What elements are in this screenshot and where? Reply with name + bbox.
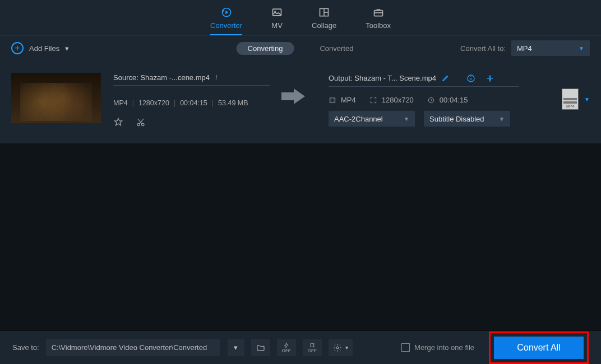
footer: Save to: C:\Vidmore\Vidmore Video Conver… bbox=[0, 330, 601, 364]
edit-icon[interactable] bbox=[442, 74, 450, 82]
chevron-down-icon[interactable]: ▼ bbox=[584, 96, 590, 102]
file-item: Source: Shazam -...cene.mp4 i MP4| 1280x… bbox=[11, 73, 590, 127]
tab-label: Collage bbox=[312, 21, 336, 30]
source-meta: MP4| 1280x720| 00:04:15| 53.49 MB bbox=[113, 99, 270, 107]
source-resolution: 1280x720 bbox=[138, 99, 169, 107]
main-tabs: Converter MV Collage Toolbox bbox=[0, 0, 601, 36]
chevron-down-icon: ▼ bbox=[499, 116, 505, 122]
collage-icon bbox=[318, 7, 330, 18]
svg-point-23 bbox=[336, 347, 339, 349]
convert-all-button[interactable]: Convert All bbox=[494, 337, 584, 359]
source-column: Source: Shazam -...cene.mp4 i MP4| 1280x… bbox=[113, 73, 270, 127]
tab-collage[interactable]: Collage bbox=[312, 7, 336, 35]
chevron-down-icon: ▼ bbox=[404, 116, 409, 122]
save-path-value: C:\Vidmore\Vidmore Video Converter\Conve… bbox=[52, 343, 207, 352]
converter-icon bbox=[221, 7, 232, 18]
tab-label: MV bbox=[271, 21, 283, 30]
checkbox-icon bbox=[401, 343, 410, 352]
chevron-down-icon: ▾ bbox=[65, 44, 69, 53]
output-label: Output: Shazam - T... Scene.mp4 bbox=[329, 74, 436, 82]
add-files-button[interactable]: + Add Files ▾ bbox=[11, 42, 69, 54]
source-duration: 00:04:15 bbox=[180, 99, 207, 107]
chevron-down-icon: ▾ bbox=[345, 344, 348, 351]
high-speed-button[interactable]: OFF bbox=[303, 339, 322, 356]
add-files-label: Add Files bbox=[29, 44, 59, 53]
convert-all-format-select[interactable]: MP4 ▼ bbox=[511, 40, 590, 56]
status-filter: Converting Converted bbox=[237, 42, 365, 55]
arrow-right-icon bbox=[294, 88, 305, 104]
mv-icon bbox=[271, 7, 283, 18]
plus-icon: + bbox=[11, 42, 24, 54]
arrow-column bbox=[283, 73, 316, 104]
subtitle-select[interactable]: Subtitle Disabled ▼ bbox=[424, 111, 510, 127]
star-icon[interactable] bbox=[113, 117, 123, 127]
output-format-picker: MP4 ▼ bbox=[562, 73, 590, 110]
convert-all-to-label: Convert All to: bbox=[460, 44, 506, 53]
select-value: Subtitle Disabled bbox=[429, 115, 484, 123]
convert-highlight: Convert All bbox=[489, 332, 589, 364]
tab-toolbox[interactable]: Toolbox bbox=[366, 7, 391, 35]
output-column: Output: Shazam - T... Scene.mp4 MP4 bbox=[329, 73, 519, 127]
tab-label: Toolbox bbox=[366, 21, 391, 30]
output-resolution: 1280x720 bbox=[382, 96, 414, 104]
info-circle-icon[interactable] bbox=[466, 74, 475, 83]
hw-off-label: OFF bbox=[282, 348, 291, 353]
tab-mv[interactable]: MV bbox=[271, 7, 283, 35]
open-folder-button[interactable] bbox=[251, 339, 270, 356]
output-duration: 00:04:15 bbox=[440, 96, 468, 104]
hs-off-label: OFF bbox=[308, 348, 317, 353]
merge-label: Merge into one file bbox=[414, 343, 474, 352]
svg-point-14 bbox=[470, 76, 471, 77]
toolbox-icon bbox=[373, 7, 384, 18]
clock-icon bbox=[427, 96, 435, 104]
tab-label: Converter bbox=[210, 21, 242, 30]
chevron-down-icon: ▼ bbox=[579, 45, 584, 52]
output-format: MP4 bbox=[341, 96, 356, 104]
status-converted[interactable]: Converted bbox=[308, 42, 364, 55]
source-label: Source: Shazam -...cene.mp4 bbox=[113, 73, 210, 82]
format-badge: MP4 bbox=[562, 104, 578, 108]
info-icon[interactable]: i bbox=[215, 73, 218, 82]
svg-rect-16 bbox=[330, 97, 335, 102]
settings-button[interactable]: ▾ bbox=[329, 339, 353, 356]
save-path-field[interactable]: C:\Vidmore\Vidmore Video Converter\Conve… bbox=[46, 339, 220, 356]
format-thumbnail[interactable]: MP4 bbox=[562, 88, 579, 110]
source-format: MP4 bbox=[113, 99, 128, 107]
save-to-label: Save to: bbox=[12, 343, 39, 352]
compress-icon[interactable] bbox=[486, 74, 494, 83]
toolbar: + Add Files ▾ Converting Converted Conve… bbox=[0, 36, 601, 60]
audio-select[interactable]: AAC-2Channel ▼ bbox=[329, 111, 415, 127]
status-converting[interactable]: Converting bbox=[237, 42, 294, 55]
cut-icon[interactable] bbox=[136, 117, 146, 127]
svg-rect-20 bbox=[311, 343, 314, 347]
file-list: Source: Shazam -...cene.mp4 i MP4| 1280x… bbox=[0, 60, 601, 143]
convert-all-to: Convert All to: MP4 ▼ bbox=[460, 40, 590, 56]
tab-converter[interactable]: Converter bbox=[210, 7, 242, 35]
expand-icon bbox=[369, 96, 377, 104]
select-value: AAC-2Channel bbox=[334, 115, 383, 123]
film-icon bbox=[329, 96, 336, 104]
select-value: MP4 bbox=[517, 44, 532, 53]
save-path-dropdown[interactable]: ▾ bbox=[228, 339, 244, 356]
hardware-accel-button[interactable]: OFF bbox=[277, 339, 296, 356]
video-thumbnail[interactable] bbox=[11, 73, 101, 123]
merge-option[interactable]: Merge into one file bbox=[401, 343, 474, 352]
source-size: 53.49 MB bbox=[218, 99, 248, 107]
